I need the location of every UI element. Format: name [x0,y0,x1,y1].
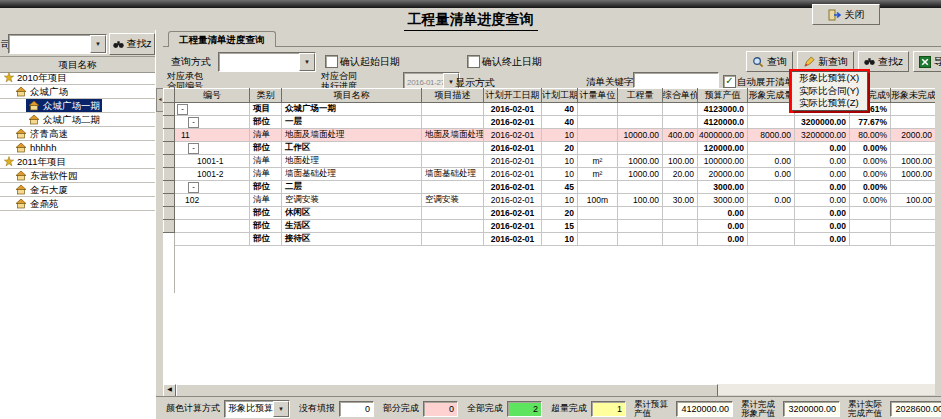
table-row[interactable]: - 部位 接待区 2016-02-01 10 0.00 0.00 [164,233,936,246]
row-selector[interactable] [164,181,175,194]
export-button[interactable]: 导出 [913,51,941,72]
table-row[interactable]: -11 清单 地面及墙面处理 地面及墙面处理 2016-02-01 10 100… [164,129,936,142]
cell-duration: 10 [542,155,578,168]
tree-item[interactable]: 2010年项目 [0,71,155,85]
cell-code: - [175,220,250,233]
tree-item[interactable]: 济青高速 [0,127,155,141]
row-selector[interactable] [164,220,175,233]
menu-item[interactable]: 实际比预算(Z) [792,97,867,110]
keyword-input[interactable] [633,72,719,88]
pencil-icon [803,56,815,68]
tree-find-button[interactable]: 查找z [109,33,155,55]
cell-done-percent [850,233,891,246]
tree-item[interactable]: 东营软件园 [0,169,155,183]
house-icon [28,100,40,111]
tree-item[interactable]: 金鼎苑 [0,197,155,211]
cell-description [422,155,484,168]
tree-item[interactable]: 众城广场一期 [0,99,155,113]
cell-done-quantity [748,220,795,233]
column-header[interactable]: 计量单位 [578,89,618,103]
legend-count-box: 0 [423,401,458,417]
expand-toggle-icon[interactable]: - [188,143,199,154]
row-selector[interactable] [164,142,175,155]
cell-start-date: 2016-02-01 [484,233,542,246]
cell-done-value: 0.00 [795,207,850,220]
color-mode-combobox[interactable]: 形象比预算 ▼ [224,400,290,418]
table-row[interactable]: - 部位 一层 2016-02-01 40 4120000.0 3200000.… [164,116,936,129]
tree-item[interactable]: 金石大厦 [0,183,155,197]
column-header[interactable]: 预算产值 [698,89,748,103]
cell-remaining: 2000.00 [891,129,936,142]
row-selector[interactable] [164,103,175,116]
cell-start-date: 2016-02-01 [484,116,542,129]
cell-category: 部位 [250,233,282,246]
column-header[interactable]: 编号 [175,89,250,103]
expand-toggle-icon[interactable]: - [188,182,199,193]
cell-budget-value: 0.00 [698,233,748,246]
confirm-start-checkbox[interactable] [325,55,338,68]
column-header[interactable]: 类别 [250,89,282,103]
tree-item[interactable]: hhhhh [0,141,155,155]
totals: 累计预算产值 4120000.00 累计完成形象产值 3200000.00 累计… [626,400,941,418]
table-row[interactable]: -1001-1 清单 地面处理 2016-02-01 10 m² 1000.00… [164,155,936,168]
tree-item-label: 众城广场二期 [43,113,100,126]
row-selector[interactable] [164,168,175,181]
cell-done-percent: 80.00% [850,129,891,142]
table-row[interactable]: - 部位 生活区 2016-02-01 15 0.00 0.00 [164,220,936,233]
cell-unit: 100m [578,194,618,207]
cell-code: - [175,181,250,194]
auto-expand-checkbox[interactable]: ✓ [723,75,736,88]
column-header[interactable]: 计划开工日期 [484,89,542,103]
confirm-end-checkbox[interactable] [467,55,480,68]
table-row[interactable]: - 部位 休闲区 2016-02-01 20 0.00 0.00 [164,207,936,220]
cell-duration: 10 [542,233,578,246]
dropdown-arrow-icon[interactable]: ▼ [273,401,289,417]
cell-name: 地面及墙面处理 [282,129,422,142]
column-header[interactable]: 形象完成量 [748,89,795,103]
menu-item[interactable]: 实际比合同(Y) [792,85,867,98]
menu-item[interactable]: 形象比预算(X) [792,72,867,85]
horizontal-scrollbar[interactable]: ◀ [163,384,935,395]
tree-item[interactable]: 2011年项目 [0,155,155,169]
gantt-dropdown-menu: 形象比预算(X) 实际比合同(Y) 实际比预算(Z) [791,71,868,111]
row-selector[interactable] [164,194,175,207]
cell-duration: 20 [542,207,578,220]
cell-done-quantity [748,103,795,116]
expand-toggle-icon[interactable]: - [177,104,188,115]
table-row[interactable]: - 部位 工作区 2016-02-01 20 120000.00 0.00 0.… [164,142,936,155]
tree-item[interactable]: 众城广场二期 [0,113,155,127]
cell-done-quantity [748,207,795,220]
cell-duration: 40 [542,116,578,129]
row-selector[interactable] [164,155,175,168]
cell-remaining [891,220,936,233]
dropdown-arrow-icon[interactable]: ▼ [299,53,315,71]
table-row[interactable]: -102 清单 空调安装 空调安装 2016-02-01 10 100m 100… [164,194,936,207]
column-header[interactable]: 综合单价 [663,89,698,103]
close-button[interactable]: 关闭 [812,4,880,25]
column-header[interactable]: 形象未完成量 [891,89,936,103]
cell-unit: m² [578,168,618,181]
cell-quantity [618,220,663,233]
column-header[interactable]: 工程量 [618,89,663,103]
tree-item-label: 众城广场 [30,85,68,98]
query-mode-combobox[interactable]: ▼ [218,52,316,72]
total-item: 累计实际完成产值 2028600.00 [848,400,941,418]
query-button[interactable]: 查询 [746,51,793,72]
table-row[interactable]: - 部位 二层 2016-02-01 45 3000.00 0.00 0.00% [164,181,936,194]
table-row[interactable]: -1001-2 清单 墙面基础处理 墙面基础处理 2016-02-01 10 m… [164,168,936,181]
cell-done-quantity: 0.00 [748,168,795,181]
column-header[interactable]: 项目描述 [422,89,484,103]
row-selector[interactable] [164,116,175,129]
tab-progress-query[interactable]: 工程量清单进度查询 [168,31,276,47]
row-selector[interactable] [164,129,175,142]
column-header[interactable]: 项目名称 [282,89,422,103]
cell-description [422,181,484,194]
legend-label: 超量完成 [551,402,587,415]
cell-quantity: 100.00 [618,194,663,207]
expand-toggle-icon[interactable]: - [188,117,199,128]
row-selector[interactable] [164,207,175,220]
dropdown-arrow-icon[interactable]: ▼ [90,35,106,53]
column-header[interactable]: 计划工期 [542,89,578,103]
project-filter-combobox[interactable]: ▼ [8,34,107,54]
tree-item[interactable]: 众城广场 [0,85,155,99]
